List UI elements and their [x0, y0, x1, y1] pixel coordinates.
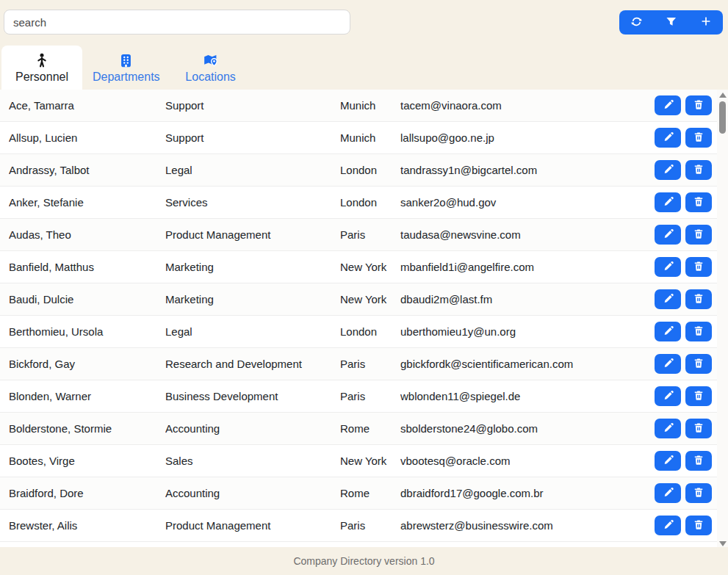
person-department: Business Development [165, 390, 340, 402]
person-email: gbickfordk@scientificamerican.com [400, 358, 655, 370]
person-email: wblonden11@spiegel.de [400, 390, 655, 402]
edit-button[interactable] [655, 354, 681, 374]
triangle-down-icon[interactable] [719, 541, 727, 546]
edit-button[interactable] [655, 419, 681, 438]
edit-button[interactable] [655, 451, 681, 471]
vertical-scrollbar[interactable] [717, 90, 728, 549]
triangle-up-icon[interactable] [719, 93, 727, 98]
person-department: Marketing [165, 293, 340, 305]
trash-icon [693, 228, 704, 242]
search-input[interactable] [4, 10, 350, 35]
trash-icon [693, 358, 704, 371]
edit-button[interactable] [655, 322, 681, 341]
table-row: Braidford, Dore Accounting Rome dbraidfo… [0, 477, 728, 510]
person-department: Support [165, 131, 340, 144]
trash-icon [693, 455, 704, 468]
delete-button[interactable] [685, 516, 712, 535]
delete-button[interactable] [685, 257, 712, 277]
person-name: Brewster, Ailis [9, 519, 165, 532]
trash-icon [693, 487, 704, 500]
tab-locations[interactable]: Locations [170, 46, 251, 90]
edit-button[interactable] [655, 192, 681, 212]
person-email: vbootesq@oracle.com [400, 455, 655, 467]
trash-icon [693, 164, 704, 177]
toolbar-button-group [619, 10, 723, 35]
table-row: Anker, Stefanie Services London sanker2o… [0, 187, 728, 219]
table-row: Ace, Tamarra Support Munich tacem@vinaor… [0, 90, 728, 122]
delete-button[interactable] [685, 95, 712, 115]
delete-button[interactable] [685, 451, 712, 471]
filter-button[interactable] [654, 10, 688, 35]
delete-button[interactable] [685, 289, 712, 309]
person-name: Anker, Stefanie [9, 196, 165, 209]
delete-button[interactable] [685, 160, 712, 180]
edit-button[interactable] [655, 95, 681, 115]
person-email: taudasa@newsvine.com [400, 228, 655, 241]
person-email: tandrassy1n@bigcartel.com [400, 164, 655, 176]
plus-icon [700, 15, 712, 29]
pencil-icon [663, 358, 674, 371]
trash-icon [693, 390, 704, 403]
person-email: tacem@vinaora.com [400, 99, 655, 112]
person-department: Accounting [165, 422, 340, 435]
person-department: Research and Development [165, 358, 340, 370]
add-button[interactable] [688, 10, 723, 35]
edit-button[interactable] [655, 386, 681, 406]
refresh-icon [630, 15, 643, 30]
edit-button[interactable] [655, 225, 681, 245]
person-name: Ace, Tamarra [9, 99, 165, 112]
table-row: Andrassy, Talbot Legal London tandrassy1… [0, 154, 728, 187]
pencil-icon [663, 261, 674, 274]
person-city: Paris [340, 358, 400, 370]
edit-button[interactable] [655, 289, 681, 309]
person-name: Bolderstone, Stormie [9, 422, 165, 435]
edit-button[interactable] [655, 257, 681, 277]
personnel-table: Ace, Tamarra Support Munich tacem@vinaor… [0, 90, 728, 547]
table-row: Audas, Theo Product Management Paris tau… [0, 219, 728, 251]
delete-button[interactable] [685, 483, 712, 503]
edit-button[interactable] [655, 160, 681, 180]
person-city: London [340, 196, 400, 209]
person-department: Legal [165, 164, 340, 176]
person-city: New York [340, 455, 400, 467]
tab-locations-label: Locations [185, 71, 236, 83]
filter-icon [666, 16, 677, 29]
person-city: Rome [340, 422, 400, 435]
refresh-button[interactable] [619, 10, 654, 35]
trash-icon [693, 99, 704, 112]
trash-icon [693, 325, 704, 339]
person-department: Marketing [165, 261, 340, 273]
delete-button[interactable] [685, 419, 712, 438]
person-department: Accounting [165, 487, 340, 499]
tab-personnel[interactable]: Personnel [1, 46, 82, 90]
edit-button[interactable] [655, 516, 681, 535]
person-department: Services [165, 196, 340, 209]
table-row: Allsup, Lucien Support Munich lallsupo@g… [0, 122, 728, 154]
person-name: Braidford, Dore [9, 487, 165, 499]
edit-button[interactable] [655, 483, 681, 503]
tab-departments[interactable]: Departments [82, 46, 170, 90]
delete-button[interactable] [685, 322, 712, 341]
person-city: Paris [340, 390, 400, 402]
delete-button[interactable] [685, 225, 712, 245]
person-department: Legal [165, 325, 340, 338]
table-row: Bickford, Gay Research and Development P… [0, 348, 728, 380]
edit-button[interactable] [655, 128, 681, 148]
delete-button[interactable] [685, 192, 712, 212]
person-name: Bootes, Virge [9, 455, 165, 467]
person-name: Allsup, Lucien [9, 131, 165, 144]
delete-button[interactable] [685, 386, 712, 406]
table-row: Brewster, Ailis Product Management Paris… [0, 510, 728, 542]
trash-icon [693, 519, 704, 532]
person-email: dbraidford17@google.com.br [400, 487, 655, 499]
person-city: London [340, 325, 400, 338]
person-city: Rome [340, 487, 400, 499]
scrollbar-thumb[interactable] [719, 101, 726, 134]
delete-button[interactable] [685, 128, 712, 148]
table-row: Baudi, Dulcie Marketing New York dbaudi2… [0, 283, 728, 316]
map-pin-icon [203, 53, 218, 68]
delete-button[interactable] [685, 354, 712, 374]
pencil-icon [663, 455, 674, 468]
table-row: Blonden, Warner Business Development Par… [0, 380, 728, 413]
pencil-icon [663, 325, 674, 339]
